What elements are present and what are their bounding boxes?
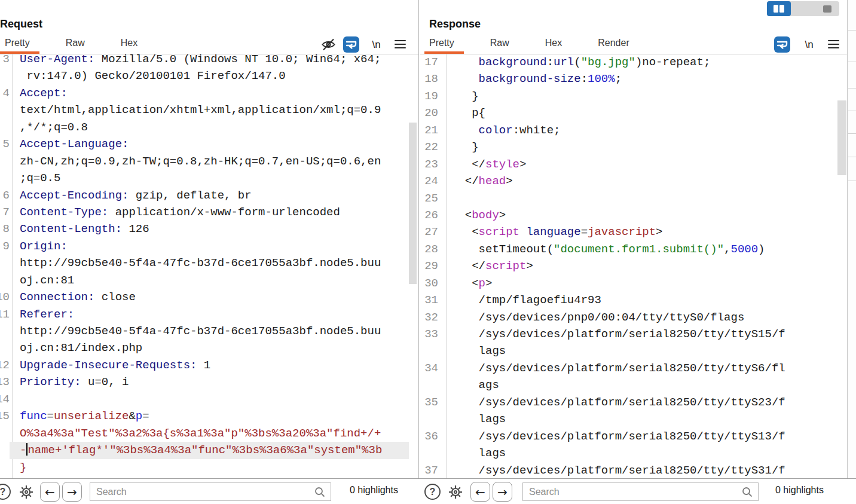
code-line[interactable]: ;q=0.5 [0, 170, 409, 187]
help-icon[interactable]: ? [424, 484, 441, 500]
pane-divider[interactable] [418, 0, 419, 504]
line-number: 9 [0, 238, 10, 255]
code-line[interactable]: ags [420, 377, 837, 393]
tab-raw[interactable]: Raw [485, 33, 519, 54]
code-line[interactable]: zh-CN,zh;q=0.9,zh-TW;q=0.8,zh-HK;q=0.7,e… [0, 153, 409, 170]
code-line[interactable]: 30 <p> [420, 275, 837, 292]
single-panel-button[interactable] [815, 1, 839, 16]
show-newlines-icon[interactable]: \n [368, 36, 384, 53]
hide-non-printable-icon[interactable] [320, 36, 337, 53]
show-newlines-icon[interactable]: \n [801, 36, 817, 53]
code-line[interactable]: 36 /sys/devices/platform/serial8250/tty/… [420, 428, 837, 445]
search-input[interactable] [529, 483, 717, 500]
tab-pretty[interactable]: Pretty [0, 33, 39, 54]
tab-pretty[interactable]: Pretty [424, 33, 464, 54]
next-match-button[interactable]: → [493, 482, 512, 502]
code-line[interactable]: 27 <script language=javascript> [420, 224, 837, 240]
code-line[interactable]: lags [420, 343, 837, 359]
code-line[interactable]: 8Content-Length: 126 [0, 221, 409, 237]
code-line[interactable]: lags [420, 411, 837, 427]
code-line[interactable]: 10Connection: close [0, 289, 409, 306]
tab-hex[interactable]: Hex [116, 33, 147, 54]
highlight-count: 0 highlights [350, 485, 398, 496]
code-line[interactable]: 7Content-Type: application/x-www-form-ur… [0, 204, 409, 221]
code-line[interactable]: 14 [0, 391, 409, 408]
editor-menu-icon[interactable] [392, 36, 408, 53]
code-line[interactable]: 23 </style> [420, 156, 837, 173]
code-line[interactable]: O%3a4%3a"Test"%3a2%3a{s%3a1%3a"p"%3bs%3a… [0, 425, 409, 442]
split-rows-button[interactable] [791, 1, 815, 16]
code-line[interactable]: 18 background-size:100%; [420, 71, 837, 87]
line-text: http://99cb5e40-5f4a-47fc-b37d-6ce17055a… [10, 255, 409, 271]
code-line[interactable]: 26 <body> [420, 207, 837, 224]
code-line[interactable]: 28 setTimeout("document.form1.submit()",… [420, 241, 837, 258]
search-input[interactable] [96, 483, 289, 500]
code-line[interactable]: 5Accept-Language: [0, 136, 409, 152]
settings-gear-icon[interactable] [18, 484, 35, 500]
line-number: 8 [0, 221, 10, 237]
code-line[interactable]: 31 /tmp/flagoefiu4r93 [420, 292, 837, 308]
line-number: 15 [0, 408, 10, 424]
settings-gear-icon[interactable] [447, 484, 464, 500]
line-text [10, 391, 409, 408]
code-line[interactable]: 20 p{ [420, 105, 837, 121]
code-line[interactable]: 25 [420, 190, 837, 207]
code-line[interactable]: 32 /sys/devices/pnp0/00:04/tty/ttyS0/fla… [420, 309, 837, 326]
line-text: ags [438, 377, 837, 393]
code-line[interactable]: 3User-Agent: Mozilla/5.0 (Windows NT 10.… [0, 54, 409, 68]
code-line[interactable]: http://99cb5e40-5f4a-47fc-b37d-6ce17055a… [0, 255, 409, 271]
wrap-lines-icon[interactable] [343, 36, 359, 53]
code-line[interactable]: 13Priority: u=0, i [0, 374, 409, 390]
code-line[interactable]: -name+'flag*'"%3bs%3a4%3a"func"%3bs%3a6%… [0, 442, 409, 459]
wrap-lines-icon[interactable] [774, 36, 790, 53]
code-line[interactable]: 33 /sys/devices/platform/serial8250/tty/… [420, 326, 837, 343]
code-line[interactable]: 21 color:white; [420, 122, 837, 139]
code-line[interactable]: 19 } [420, 88, 837, 105]
tick-mark [848, 62, 856, 62]
line-text: /sys/devices/platform/serial8250/tty/tty… [438, 428, 837, 445]
code-line[interactable]: 12Upgrade-Insecure-Requests: 1 [0, 357, 409, 374]
code-line[interactable]: } [0, 459, 409, 476]
search-footer: ? ← → 0 hig [0, 478, 856, 504]
previous-match-button[interactable]: ← [40, 482, 60, 502]
code-line[interactable]: 4Accept: [0, 85, 409, 102]
tab-raw[interactable]: Raw [61, 33, 94, 54]
line-number [0, 153, 10, 170]
code-line[interactable]: 15func=unserialize&p= [0, 408, 409, 424]
help-icon[interactable]: ? [0, 484, 11, 500]
request-editor[interactable]: 3User-Agent: Mozilla/5.0 (Windows NT 10.… [0, 54, 418, 478]
line-number: 30 [420, 275, 438, 292]
next-match-button[interactable]: → [62, 482, 82, 502]
code-line[interactable]: text/html,application/xhtml+xml,applicat… [0, 102, 409, 118]
code-line[interactable]: 34 /sys/devices/platform/serial8250/tty/… [420, 360, 837, 377]
request-scrollbar[interactable] [409, 123, 417, 284]
editor-menu-icon[interactable] [826, 36, 842, 53]
code-line[interactable]: 22 } [420, 139, 837, 155]
line-number: 23 [420, 156, 438, 173]
code-line[interactable]: rv:147.0) Gecko/20100101 Firefox/147.0 [0, 68, 409, 84]
code-line[interactable]: 24 </head> [420, 173, 837, 190]
search-icon [741, 486, 753, 500]
code-line[interactable]: 37 /sys/devices/platform/serial8250/tty/… [420, 462, 837, 479]
line-number [0, 425, 10, 442]
code-line[interactable]: ,*/*;q=0.8 [0, 119, 409, 136]
code-line[interactable]: lags [420, 445, 837, 462]
line-number: 21 [420, 122, 438, 139]
code-line[interactable]: 35 /sys/devices/platform/serial8250/tty/… [420, 394, 837, 411]
line-text: -name+'flag*'"%3bs%3a4%3a"func"%3bs%3a6%… [10, 442, 409, 459]
line-number: 19 [420, 88, 438, 105]
code-line[interactable]: 29 </script> [420, 258, 837, 274]
code-line[interactable]: http://99cb5e40-5f4a-47fc-b37d-6ce17055a… [0, 323, 409, 340]
tab-render[interactable]: Render [593, 33, 638, 54]
code-line[interactable]: 9Origin: [0, 238, 409, 255]
tab-hex[interactable]: Hex [540, 33, 571, 54]
split-columns-button[interactable] [767, 1, 791, 16]
response-editor[interactable]: 17 background:url("bg.jpg")no-repeat;18 … [420, 54, 847, 478]
response-scrollbar[interactable] [837, 100, 846, 175]
code-line[interactable]: 6Accept-Encoding: gzip, deflate, br [0, 187, 409, 204]
previous-match-button[interactable]: ← [470, 482, 490, 502]
code-line[interactable]: 11Referer: [0, 306, 409, 323]
code-line[interactable]: 17 background:url("bg.jpg")no-repeat; [420, 54, 837, 71]
code-line[interactable]: oj.cn:81 [0, 272, 409, 289]
code-line[interactable]: oj.cn:81/index.php [0, 340, 409, 356]
